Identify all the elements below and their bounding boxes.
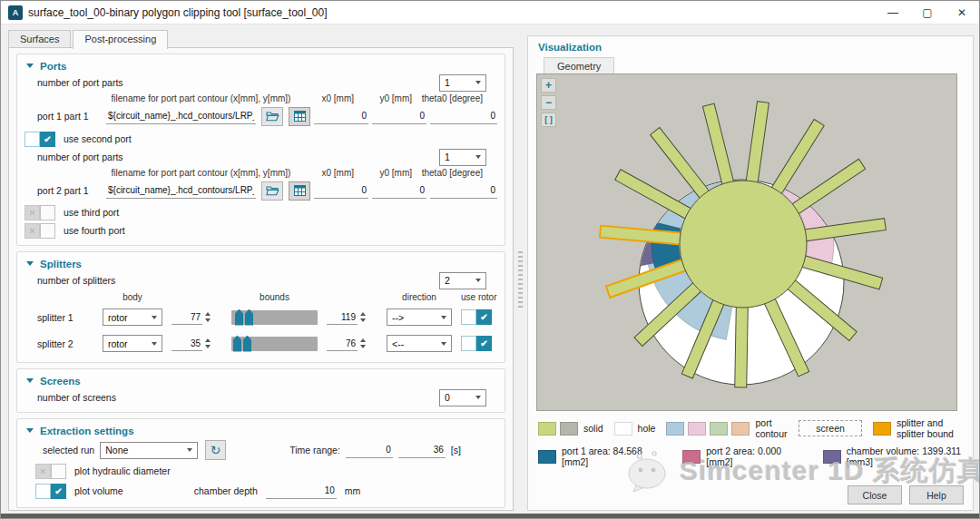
port1-x0-input[interactable] — [314, 109, 368, 124]
port2-theta0-input[interactable] — [430, 183, 497, 199]
port1-theta0-input[interactable] — [430, 109, 497, 124]
use-second-port-checkbox[interactable]: ✔ — [24, 132, 55, 147]
use-fourth-port-checkbox[interactable]: ✕ — [24, 223, 55, 239]
legend-splitter-label: splitter and splitter bound — [897, 417, 965, 439]
zoom-fit-button[interactable]: [ ] — [541, 113, 556, 127]
tab-geometry[interactable]: Geometry — [544, 57, 614, 74]
open-folder-icon — [266, 111, 279, 122]
minimize-button[interactable]: — — [876, 1, 910, 24]
splitter1-use-rotor-checkbox[interactable]: ✔ — [461, 309, 492, 325]
browse-file-button[interactable] — [261, 107, 283, 126]
chamber-depth-unit: mm — [345, 485, 361, 496]
rotor-body — [680, 181, 807, 308]
close-button[interactable]: Close — [848, 485, 902, 504]
time-range-label: Time range: — [289, 445, 340, 455]
cross-icon: ✕ — [24, 223, 40, 239]
spin-down-icon[interactable] — [205, 345, 211, 348]
tab-post-processing[interactable]: Post-processing — [73, 30, 168, 49]
splitter2-bounds-slider[interactable] — [231, 337, 318, 351]
port2-x0-input[interactable] — [314, 183, 368, 199]
table-icon — [294, 111, 306, 122]
screens-header[interactable]: Screens — [24, 373, 497, 388]
hole-swatch — [614, 422, 632, 436]
edit-table-button[interactable] — [289, 107, 310, 126]
splitter1-direction-dropdown[interactable]: --> — [387, 308, 452, 326]
splitter2-upper-input[interactable] — [327, 336, 358, 351]
screens-count-value: 0 — [445, 392, 450, 403]
zoom-out-button[interactable]: − — [541, 95, 556, 110]
y0-column-header: y0 [mm] — [358, 93, 412, 103]
port4-contour-swatch — [731, 422, 750, 436]
splitter2-lower-input[interactable] — [172, 336, 202, 351]
chamber-depth-input[interactable] — [266, 484, 337, 499]
splitter1-body-dropdown[interactable]: rotor — [103, 308, 162, 326]
time-start-input[interactable] — [346, 443, 393, 458]
spin-up-icon[interactable] — [360, 338, 366, 342]
chamber-depth-label: chamber depth — [194, 485, 258, 496]
splitter-grip-icon — [518, 251, 523, 308]
spin-up-icon[interactable] — [205, 312, 211, 316]
slider-handle-lower[interactable] — [235, 309, 243, 326]
slider-handle-upper[interactable] — [243, 336, 251, 352]
splitter2-body-dropdown[interactable]: rotor — [103, 335, 162, 352]
port2-filename-input[interactable] — [106, 183, 256, 199]
spin-down-icon[interactable] — [205, 318, 211, 322]
port1-contour-swatch — [666, 422, 684, 436]
plot-volume-checkbox[interactable]: ✔ — [35, 484, 66, 499]
theta0-column-header: theta0 [degree] — [416, 93, 483, 103]
splitters-group: Splitters number of splitters 2 body bou… — [16, 251, 505, 363]
help-button[interactable]: Help — [909, 485, 964, 504]
tab-surfaces[interactable]: Surfaces — [8, 30, 71, 48]
close-window-button[interactable]: ✕ — [945, 1, 979, 24]
spin-down-icon[interactable] — [360, 318, 366, 322]
browse-file-button2[interactable] — [261, 181, 283, 201]
splitter2-upper-bound-spinner — [327, 336, 377, 351]
port2-parts-count-dropdown[interactable]: 1 — [439, 149, 486, 166]
x0-column-header: x0 [mm] — [299, 93, 354, 103]
spin-up-icon[interactable] — [360, 312, 366, 316]
selected-run-dropdown[interactable]: None — [100, 442, 198, 459]
body-column-header: body — [103, 292, 162, 302]
time-end-input[interactable] — [398, 443, 446, 458]
port1-filename-input[interactable] — [106, 109, 256, 124]
splitters-header[interactable]: Splitters — [24, 256, 497, 271]
screens-title: Screens — [40, 376, 81, 387]
screens-count-dropdown[interactable]: 0 — [439, 389, 486, 406]
chevron-down-icon — [441, 342, 446, 346]
port2-area-label: port 2 area: 0.000 [mm2] — [706, 446, 791, 467]
plot-volume-label: plot volume — [74, 485, 123, 496]
check-icon: ✔ — [476, 336, 492, 351]
chevron-down-icon — [152, 342, 157, 346]
extraction-header[interactable]: Extraction settings — [24, 423, 497, 438]
panel-splitter[interactable] — [515, 47, 525, 511]
splitter1-bounds-slider[interactable] — [231, 310, 318, 325]
bounds-column-header: bounds — [231, 292, 318, 302]
port2-y0-input[interactable] — [372, 183, 426, 199]
edit-table-button2[interactable] — [289, 181, 310, 201]
collapse-icon — [26, 428, 34, 433]
plot-hydraulic-diameter-checkbox[interactable]: ✕ — [35, 464, 66, 479]
maximize-button[interactable]: ▢ — [910, 1, 945, 24]
splitter1-lower-input[interactable] — [172, 309, 202, 325]
collapse-icon — [26, 261, 34, 266]
collapse-icon — [26, 64, 34, 68]
slider-handle-lower[interactable] — [233, 336, 241, 352]
refresh-runs-button[interactable]: ↻ — [205, 440, 226, 460]
ports-header[interactable]: Ports — [24, 58, 497, 73]
use-third-port-checkbox[interactable]: ✕ — [24, 205, 55, 220]
spin-down-icon[interactable] — [360, 345, 366, 348]
chamber-volume-swatch — [823, 450, 841, 464]
splitter2-direction-dropdown[interactable]: <-- — [387, 335, 452, 352]
spin-up-icon[interactable] — [205, 338, 211, 342]
splitters-count-value: 2 — [445, 275, 450, 286]
splitter1-upper-input[interactable] — [327, 309, 358, 325]
geometry-canvas[interactable]: + − [ ] — [536, 73, 957, 411]
zoom-in-button[interactable]: + — [541, 78, 556, 93]
splitters-count-dropdown[interactable]: 2 — [439, 272, 486, 289]
ports-title: Ports — [40, 61, 66, 72]
window-bottom-edge — [1, 514, 979, 518]
port1-y0-input[interactable] — [372, 109, 426, 124]
splitter2-use-rotor-checkbox[interactable]: ✔ — [461, 336, 492, 351]
slider-handle-upper[interactable] — [245, 309, 253, 326]
port1-parts-count-dropdown[interactable]: 1 — [439, 74, 486, 92]
